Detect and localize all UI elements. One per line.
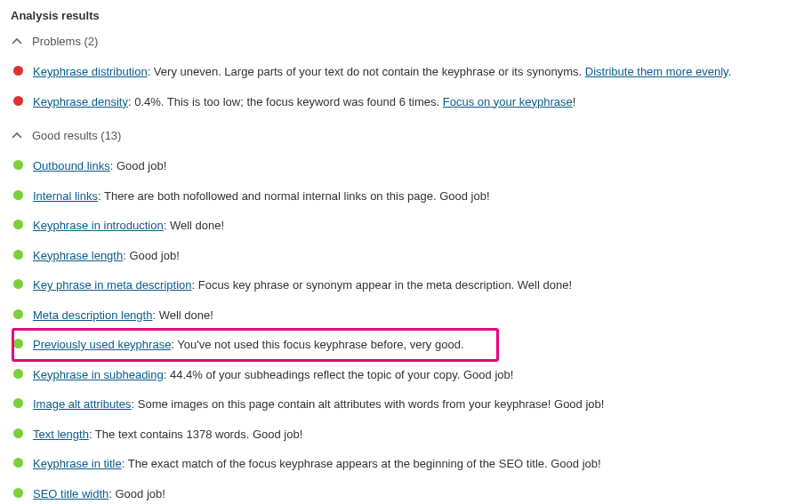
analysis-item-text: Internal links: There are both nofollowe… xyxy=(33,188,801,205)
analysis-item-text: Keyphrase length: Good job! xyxy=(33,247,801,265)
analysis-item-action-link[interactable]: Focus on your keyphrase xyxy=(443,95,573,108)
analysis-item: Internal links: There are both nofollowe… xyxy=(11,181,801,212)
status-dot-green-icon xyxy=(13,369,23,379)
analysis-item-desc: : Good job! xyxy=(110,159,167,172)
analysis-item-desc: : Well done! xyxy=(152,308,213,322)
analysis-item: Keyphrase distribution: Very uneven. Lar… xyxy=(11,57,801,87)
analysis-item-link[interactable]: Keyphrase in subheading xyxy=(33,368,164,381)
status-dot-green-icon xyxy=(13,190,23,200)
analysis-item-link[interactable]: Text length xyxy=(33,428,89,441)
analysis-item-desc: : There are both nofollowed and normal i… xyxy=(98,189,490,203)
analysis-item-link[interactable]: Meta description length xyxy=(33,308,152,322)
section-body-good: Outbound links: Good job!Internal links:… xyxy=(11,151,801,504)
status-dot-green-icon xyxy=(13,250,23,260)
status-dot-green-icon xyxy=(13,309,23,319)
analysis-item-link[interactable]: Keyphrase distribution xyxy=(33,65,148,78)
status-dot-red-icon xyxy=(13,96,23,106)
status-dot-green-icon xyxy=(13,488,23,498)
section-header-good[interactable]: Good results (13) xyxy=(11,129,801,142)
analysis-item-desc: : Well done! xyxy=(164,219,224,232)
analysis-item-text: Key phrase in meta description: Focus ke… xyxy=(33,276,801,294)
analysis-item: Meta description length: Well done! xyxy=(11,300,801,331)
analysis-item-link[interactable]: Outbound links xyxy=(33,159,110,172)
chevron-up-icon xyxy=(11,36,23,48)
page-title: Analysis results xyxy=(11,9,801,22)
analysis-item-link[interactable]: Keyphrase in title xyxy=(33,457,122,470)
analysis-item: Keyphrase in introduction: Well done! xyxy=(11,211,801,241)
analysis-item-link[interactable]: Keyphrase in introduction xyxy=(33,219,164,232)
status-dot-green-icon xyxy=(13,398,23,408)
analysis-item-desc: : 0.4%. This is too low; the focus keywo… xyxy=(128,95,443,108)
analysis-item-link[interactable]: Key phrase in meta description xyxy=(33,278,191,292)
status-dot-green-icon xyxy=(13,458,23,468)
analysis-item-text: Keyphrase in subheading: 44.4% of your s… xyxy=(33,366,801,384)
analysis-item-desc: : Focus key phrase or synonym appear in … xyxy=(191,278,572,292)
analysis-item-text: Outbound links: Good job! xyxy=(33,157,801,175)
analysis-item-text: Previously used keyphrase: You've not us… xyxy=(33,336,801,354)
analysis-item-desc: : 44.4% of your subheadings reflect the … xyxy=(164,368,514,381)
analysis-item-desc: : Good job! xyxy=(109,487,165,500)
analysis-item: Keyphrase density: 0.4%. This is too low… xyxy=(11,87,801,117)
analysis-item: Keyphrase in subheading: 44.4% of your s… xyxy=(11,360,801,390)
section-label-problems: Problems (2) xyxy=(32,35,98,48)
analysis-item: Text length: The text contains 1378 word… xyxy=(11,420,801,450)
analysis-item-desc: : The exact match of the focus keyphrase… xyxy=(122,457,601,470)
analysis-item-desc: : Good job! xyxy=(123,249,180,262)
analysis-item-link[interactable]: Image alt attributes xyxy=(33,397,132,411)
analysis-item-tail: . xyxy=(728,65,732,78)
analysis-item: Outbound links: Good job! xyxy=(11,151,801,181)
analysis-item-text: Keyphrase in title: The exact match of t… xyxy=(33,455,801,473)
status-dot-green-icon xyxy=(13,220,23,229)
chevron-up-icon xyxy=(11,130,23,142)
analysis-item: Keyphrase length: Good job! xyxy=(11,241,801,271)
analysis-item: Key phrase in meta description: Focus ke… xyxy=(11,270,801,300)
analysis-item-desc: : Some images on this page contain alt a… xyxy=(132,397,605,411)
analysis-item-text: Meta description length: Well done! xyxy=(33,307,801,324)
status-dot-red-icon xyxy=(13,66,23,76)
analysis-item-text: Image alt attributes: Some images on thi… xyxy=(33,396,801,413)
analysis-item-tail: ! xyxy=(573,95,576,108)
status-dot-green-icon xyxy=(13,428,23,438)
status-dot-green-icon xyxy=(13,339,23,348)
analysis-item-link[interactable]: Keyphrase length xyxy=(33,249,123,262)
status-dot-green-icon xyxy=(13,160,23,170)
analysis-item-link[interactable]: SEO title width xyxy=(33,487,109,500)
section-header-problems[interactable]: Problems (2) xyxy=(11,35,801,48)
analysis-item-text: Keyphrase distribution: Very uneven. Lar… xyxy=(33,63,801,81)
analysis-item-desc: : The text contains 1378 words. Good job… xyxy=(89,428,302,441)
analysis-item-desc: : Very uneven. Large parts of your text … xyxy=(148,65,585,78)
section-body-problems: Keyphrase distribution: Very uneven. Lar… xyxy=(11,57,801,116)
analysis-item-desc: : You've not used this focus keyphrase b… xyxy=(171,338,463,351)
analysis-item-text: Keyphrase density: 0.4%. This is too low… xyxy=(33,93,801,111)
analysis-item-action-link[interactable]: Distribute them more evenly xyxy=(585,65,728,78)
analysis-item: Keyphrase in title: The exact match of t… xyxy=(11,449,801,479)
analysis-item-link[interactable]: Previously used keyphrase xyxy=(33,338,171,351)
analysis-item: Image alt attributes: Some images on thi… xyxy=(11,389,801,420)
analysis-item-link[interactable]: Internal links xyxy=(33,189,98,203)
analysis-item: Previously used keyphrase: You've not us… xyxy=(11,330,801,360)
analysis-item-link[interactable]: Keyphrase density xyxy=(33,95,128,108)
analysis-item-text: SEO title width: Good job! xyxy=(33,485,801,503)
status-dot-green-icon xyxy=(13,279,23,289)
analysis-item-text: Keyphrase in introduction: Well done! xyxy=(33,217,801,235)
analysis-item: SEO title width: Good job! xyxy=(11,479,801,505)
section-label-good: Good results (13) xyxy=(32,129,121,142)
analysis-item-text: Text length: The text contains 1378 word… xyxy=(33,426,801,444)
